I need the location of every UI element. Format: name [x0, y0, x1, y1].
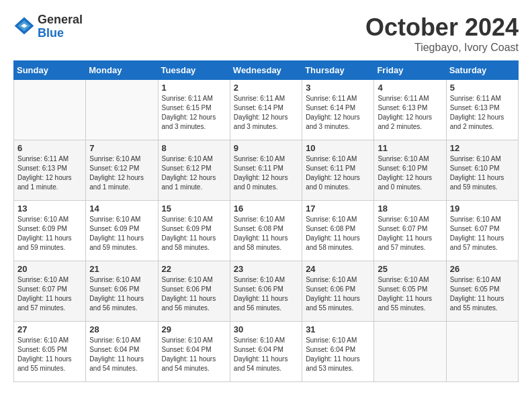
- calendar-cell: 19Sunrise: 6:10 AM Sunset: 6:07 PM Dayli…: [446, 201, 518, 261]
- calendar-week-row: 20Sunrise: 6:10 AM Sunset: 6:07 PM Dayli…: [14, 261, 519, 322]
- calendar-cell: 8Sunrise: 6:10 AM Sunset: 6:12 PM Daylig…: [158, 140, 230, 201]
- calendar-cell: [86, 80, 158, 140]
- calendar-cell: 29Sunrise: 6:10 AM Sunset: 6:04 PM Dayli…: [158, 322, 230, 382]
- day-info: Sunrise: 6:10 AM Sunset: 6:07 PM Dayligh…: [450, 215, 515, 253]
- location: Tiegbayo, Ivory Coast: [365, 42, 519, 54]
- calendar-cell: 23Sunrise: 6:10 AM Sunset: 6:06 PM Dayli…: [230, 261, 302, 322]
- calendar-cell: 25Sunrise: 6:10 AM Sunset: 6:05 PM Dayli…: [374, 261, 446, 322]
- day-number: 17: [306, 203, 370, 214]
- calendar-cell: 16Sunrise: 6:10 AM Sunset: 6:08 PM Dayli…: [230, 201, 302, 261]
- calendar-week-row: 1Sunrise: 6:11 AM Sunset: 6:15 PM Daylig…: [14, 80, 519, 140]
- calendar-cell: 6Sunrise: 6:11 AM Sunset: 6:13 PM Daylig…: [14, 140, 86, 201]
- day-number: 31: [306, 324, 370, 334]
- day-info: Sunrise: 6:10 AM Sunset: 6:06 PM Dayligh…: [162, 275, 226, 313]
- calendar-cell: 9Sunrise: 6:10 AM Sunset: 6:11 PM Daylig…: [230, 140, 302, 201]
- calendar-cell: 1Sunrise: 6:11 AM Sunset: 6:15 PM Daylig…: [158, 80, 230, 140]
- calendar-cell: 5Sunrise: 6:11 AM Sunset: 6:13 PM Daylig…: [446, 80, 518, 140]
- day-info: Sunrise: 6:10 AM Sunset: 6:10 PM Dayligh…: [378, 154, 442, 192]
- day-info: Sunrise: 6:11 AM Sunset: 6:13 PM Dayligh…: [17, 154, 82, 192]
- day-header-sunday: Sunday: [14, 61, 86, 80]
- calendar-week-row: 13Sunrise: 6:10 AM Sunset: 6:09 PM Dayli…: [14, 201, 519, 261]
- day-number: 15: [162, 203, 226, 214]
- day-info: Sunrise: 6:10 AM Sunset: 6:11 PM Dayligh…: [306, 154, 370, 192]
- day-info: Sunrise: 6:10 AM Sunset: 6:04 PM Dayligh…: [234, 336, 298, 373]
- day-header-saturday: Saturday: [446, 61, 518, 80]
- calendar-cell: 27Sunrise: 6:10 AM Sunset: 6:05 PM Dayli…: [14, 322, 86, 382]
- day-info: Sunrise: 6:10 AM Sunset: 6:05 PM Dayligh…: [450, 275, 515, 313]
- day-number: 13: [17, 203, 82, 214]
- day-info: Sunrise: 6:10 AM Sunset: 6:06 PM Dayligh…: [306, 275, 370, 313]
- day-number: 6: [17, 143, 82, 153]
- calendar-cell: [446, 322, 518, 382]
- logo: General Blue: [13, 13, 83, 40]
- calendar-cell: 18Sunrise: 6:10 AM Sunset: 6:07 PM Dayli…: [374, 201, 446, 261]
- calendar-cell: [14, 80, 86, 140]
- calendar-cell: 28Sunrise: 6:10 AM Sunset: 6:04 PM Dayli…: [86, 322, 158, 382]
- day-info: Sunrise: 6:11 AM Sunset: 6:13 PM Dayligh…: [378, 94, 442, 132]
- day-header-wednesday: Wednesday: [230, 61, 302, 80]
- day-header-tuesday: Tuesday: [158, 61, 230, 80]
- day-header-friday: Friday: [374, 61, 446, 80]
- calendar-cell: [374, 322, 446, 382]
- day-info: Sunrise: 6:10 AM Sunset: 6:04 PM Dayligh…: [306, 336, 370, 373]
- calendar-cell: 2Sunrise: 6:11 AM Sunset: 6:14 PM Daylig…: [230, 80, 302, 140]
- day-number: 29: [162, 324, 226, 334]
- day-info: Sunrise: 6:10 AM Sunset: 6:08 PM Dayligh…: [234, 215, 298, 253]
- day-number: 30: [234, 324, 298, 334]
- title-block: October 2024 Tiegbayo, Ivory Coast: [365, 13, 519, 54]
- calendar-cell: 21Sunrise: 6:10 AM Sunset: 6:06 PM Dayli…: [86, 261, 158, 322]
- day-number: 5: [450, 83, 515, 93]
- day-info: Sunrise: 6:10 AM Sunset: 6:09 PM Dayligh…: [17, 215, 82, 253]
- day-info: Sunrise: 6:10 AM Sunset: 6:09 PM Dayligh…: [89, 215, 154, 253]
- day-number: 28: [89, 324, 154, 334]
- calendar-cell: 11Sunrise: 6:10 AM Sunset: 6:10 PM Dayli…: [374, 140, 446, 201]
- calendar-cell: 14Sunrise: 6:10 AM Sunset: 6:09 PM Dayli…: [86, 201, 158, 261]
- day-number: 1: [162, 83, 226, 93]
- day-number: 20: [17, 264, 82, 274]
- day-header-thursday: Thursday: [302, 61, 374, 80]
- day-number: 16: [234, 203, 298, 214]
- day-number: 12: [450, 143, 515, 153]
- day-info: Sunrise: 6:11 AM Sunset: 6:15 PM Dayligh…: [162, 94, 226, 132]
- calendar-week-row: 6Sunrise: 6:11 AM Sunset: 6:13 PM Daylig…: [14, 140, 519, 201]
- day-number: 27: [17, 324, 82, 334]
- calendar-cell: 31Sunrise: 6:10 AM Sunset: 6:04 PM Dayli…: [302, 322, 374, 382]
- day-number: 21: [89, 264, 154, 274]
- day-info: Sunrise: 6:10 AM Sunset: 6:11 PM Dayligh…: [234, 154, 298, 192]
- day-info: Sunrise: 6:10 AM Sunset: 6:09 PM Dayligh…: [162, 215, 226, 253]
- day-info: Sunrise: 6:11 AM Sunset: 6:14 PM Dayligh…: [234, 94, 298, 132]
- day-info: Sunrise: 6:10 AM Sunset: 6:07 PM Dayligh…: [378, 215, 442, 253]
- calendar-week-row: 27Sunrise: 6:10 AM Sunset: 6:05 PM Dayli…: [14, 322, 519, 382]
- logo-blue: Blue: [38, 26, 64, 40]
- day-number: 7: [89, 143, 154, 153]
- day-number: 3: [306, 83, 370, 93]
- calendar-cell: 24Sunrise: 6:10 AM Sunset: 6:06 PM Dayli…: [302, 261, 374, 322]
- day-info: Sunrise: 6:10 AM Sunset: 6:05 PM Dayligh…: [17, 336, 82, 373]
- calendar-cell: 20Sunrise: 6:10 AM Sunset: 6:07 PM Dayli…: [14, 261, 86, 322]
- calendar-cell: 10Sunrise: 6:10 AM Sunset: 6:11 PM Dayli…: [302, 140, 374, 201]
- day-number: 19: [450, 203, 515, 214]
- calendar-cell: 15Sunrise: 6:10 AM Sunset: 6:09 PM Dayli…: [158, 201, 230, 261]
- calendar-cell: 3Sunrise: 6:11 AM Sunset: 6:14 PM Daylig…: [302, 80, 374, 140]
- day-info: Sunrise: 6:10 AM Sunset: 6:04 PM Dayligh…: [162, 336, 226, 373]
- day-info: Sunrise: 6:10 AM Sunset: 6:06 PM Dayligh…: [234, 275, 298, 313]
- day-number: 18: [378, 203, 442, 214]
- day-number: 22: [162, 264, 226, 274]
- month-title: October 2024: [365, 13, 519, 42]
- day-number: 24: [306, 264, 370, 274]
- calendar-cell: 26Sunrise: 6:10 AM Sunset: 6:05 PM Dayli…: [446, 261, 518, 322]
- calendar-cell: 4Sunrise: 6:11 AM Sunset: 6:13 PM Daylig…: [374, 80, 446, 140]
- day-info: Sunrise: 6:10 AM Sunset: 6:06 PM Dayligh…: [89, 275, 154, 313]
- day-info: Sunrise: 6:10 AM Sunset: 6:12 PM Dayligh…: [162, 154, 226, 192]
- logo-icon: [13, 16, 35, 38]
- calendar-table: SundayMondayTuesdayWednesdayThursdayFrid…: [13, 60, 519, 382]
- day-number: 10: [306, 143, 370, 153]
- day-info: Sunrise: 6:11 AM Sunset: 6:14 PM Dayligh…: [306, 94, 370, 132]
- day-number: 9: [234, 143, 298, 153]
- calendar-cell: 17Sunrise: 6:10 AM Sunset: 6:08 PM Dayli…: [302, 201, 374, 261]
- page-header: General Blue October 2024 Tiegbayo, Ivor…: [13, 13, 519, 54]
- day-number: 26: [450, 264, 515, 274]
- day-number: 14: [89, 203, 154, 214]
- day-info: Sunrise: 6:11 AM Sunset: 6:13 PM Dayligh…: [450, 94, 515, 132]
- day-number: 11: [378, 143, 442, 153]
